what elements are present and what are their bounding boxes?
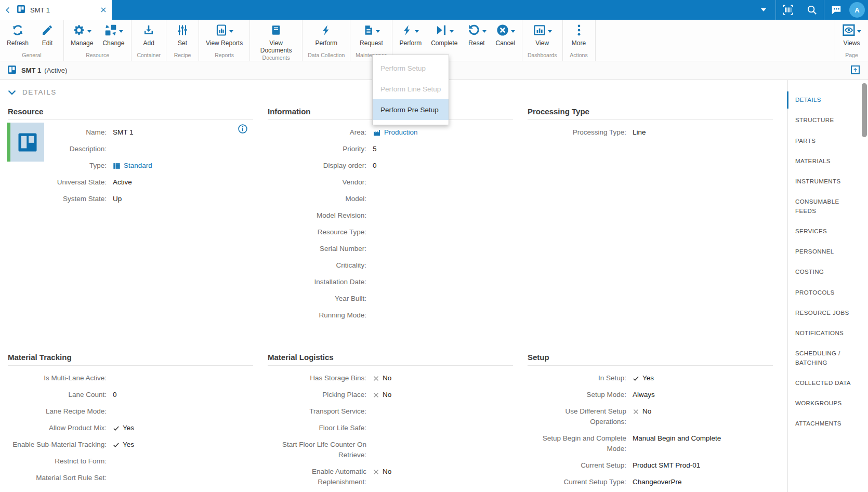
resource-board-icon — [7, 65, 17, 76]
set-button[interactable]: Set — [168, 20, 196, 47]
dashboard-icon — [533, 23, 546, 39]
sidenav-item-collected-data[interactable]: COLLECTED DATA — [788, 373, 860, 393]
back-chevron-icon[interactable] — [4, 6, 12, 14]
tabs-dropdown-caret-icon[interactable] — [752, 0, 775, 20]
sidenav-item-protocols[interactable]: PROTOCOLS — [788, 283, 860, 303]
button-label: Perform — [399, 40, 422, 47]
field-value: Yes — [113, 423, 134, 433]
field-label: Picking Place: — [268, 390, 366, 400]
sidenav-item-details[interactable]: DETAILS — [788, 90, 860, 110]
field-label: Installation Date: — [268, 277, 366, 287]
field-row: Resource Type: — [268, 227, 513, 237]
perform-button[interactable]: Perform — [310, 20, 342, 47]
top-tab-bar: SMT 1 A — [0, 0, 868, 20]
sidenav-item-parts[interactable]: PARTS — [788, 131, 860, 151]
field-row: Transport Service: — [268, 406, 513, 417]
toolbar-group-recipe: SetRecipe — [166, 20, 199, 61]
vertical-scrollbar[interactable] — [862, 83, 867, 137]
field-row: Enable Automatic Replenishment:No — [268, 467, 513, 487]
sidenav-item-instruments[interactable]: INSTRUMENTS — [788, 171, 860, 192]
sidenav-item-services[interactable]: SERVICES — [788, 221, 860, 242]
more-button[interactable]: More — [565, 20, 593, 47]
field-row: Type:Standard — [8, 161, 253, 171]
barcode-scan-icon[interactable] — [776, 0, 800, 20]
field-row: Name:SMT 1 — [8, 127, 253, 138]
toolbar-group-data-collection: PerformData Collection — [303, 20, 350, 61]
value-text: Yes — [642, 373, 654, 383]
field-row: Display order:0 — [268, 161, 513, 171]
search-icon[interactable] — [800, 0, 824, 20]
field-row: Universal State:Active — [8, 177, 253, 188]
add-button[interactable]: Add — [135, 20, 163, 47]
value-text: ChangeoverPre — [633, 477, 682, 487]
active-tab[interactable]: SMT 1 — [0, 0, 112, 20]
field-label: Resource Type: — [268, 227, 366, 237]
cancel-button[interactable]: Cancel — [491, 20, 520, 47]
sidenav-item-personnel[interactable]: PERSONNEL — [788, 242, 860, 262]
view-documents-button[interactable]: View Documents — [252, 20, 300, 55]
field-value[interactable]: Standard — [113, 161, 152, 171]
button-label: Set — [178, 40, 187, 47]
field-value: SMT 1 — [113, 127, 134, 138]
caret-down-icon — [548, 30, 552, 33]
eye-icon — [842, 23, 856, 39]
sidenav-item-attachments[interactable]: ATTACHMENTS — [788, 414, 860, 434]
section-title: Material Tracking — [8, 353, 253, 366]
sidenav-item-costing[interactable]: COSTING — [788, 262, 860, 282]
caret-down-icon — [511, 30, 515, 33]
change-icon — [104, 23, 117, 39]
complete-button[interactable]: Complete — [426, 20, 462, 47]
field-label: Serial Number: — [268, 244, 366, 254]
field-label: System State: — [8, 194, 107, 204]
sidenav-item-consumable-feeds[interactable]: CONSUMABLE FEEDS — [788, 192, 860, 221]
x-mark-icon — [373, 392, 379, 398]
value-text: No — [383, 373, 391, 383]
chat-icon[interactable] — [824, 0, 848, 20]
sidenav-item-materials[interactable]: MATERIALS — [788, 151, 860, 171]
value-text: Line — [633, 127, 646, 138]
detail-sections: ResourceName:SMT 1Description:Type:Stand… — [8, 103, 787, 492]
field-row: Setup Mode:Always — [528, 390, 773, 400]
field-label: In Setup: — [528, 373, 626, 383]
sidenav-item-scheduling-batching[interactable]: SCHEDULING / BATCHING — [788, 343, 860, 373]
field-row: Use Different Setup Operations:No — [528, 406, 773, 427]
user-avatar[interactable]: A — [849, 2, 865, 18]
field-value: Yes — [113, 440, 134, 450]
list-icon — [113, 162, 121, 170]
field-value[interactable]: Production — [373, 127, 418, 138]
reset-button[interactable]: Reset — [463, 20, 491, 47]
view-button[interactable]: View — [528, 20, 557, 47]
edit-button[interactable]: Edit — [33, 20, 61, 47]
sidenav-item-structure[interactable]: STRUCTURE — [788, 110, 860, 130]
cancel-icon — [496, 23, 509, 39]
field-label: Lane Recipe Mode: — [8, 406, 107, 417]
view-reports-button[interactable]: View Reports — [201, 20, 247, 47]
collapse-panel-icon[interactable] — [851, 65, 860, 74]
sidenav-item-resource-jobs[interactable]: RESOURCE JOBS — [788, 303, 860, 323]
sidenav-item-notifications[interactable]: NOTIFICATIONS — [788, 323, 860, 343]
field-row: Material Sort Rule Set: — [8, 473, 253, 483]
field-row: Year Built: — [268, 294, 513, 304]
field-row: Is Multi-Lane Active: — [8, 373, 253, 383]
field-row: Lane Count:0 — [8, 390, 253, 400]
tab-close-icon[interactable] — [100, 7, 107, 13]
field-row: Dispatch List Maximum Size: — [8, 489, 253, 492]
perform-button[interactable]: Perform — [394, 20, 426, 47]
menu-item-perform-pre-setup[interactable]: Perform Pre Setup — [373, 99, 449, 120]
section-information: InformationArea:ProductionPriority:5Disp… — [268, 103, 513, 349]
caret-down-icon — [450, 30, 454, 33]
info-icon[interactable] — [238, 124, 248, 136]
perform-dropdown-menu: Perform SetupPerform Line SetupPerform P… — [372, 55, 449, 125]
button-label: Views — [844, 40, 860, 47]
sidenav-item-workgroups[interactable]: WORKGROUPS — [788, 393, 860, 414]
resource-thumbnail[interactable] — [7, 123, 44, 162]
refresh-button[interactable]: Refresh — [2, 20, 33, 47]
x-mark-icon — [373, 375, 379, 382]
manage-button[interactable]: Manage — [66, 20, 98, 47]
caret-down-icon — [229, 30, 233, 33]
views-button[interactable]: Views — [837, 20, 866, 47]
chevron-down-icon — [8, 90, 16, 95]
field-label: Use Different Setup Operations: — [528, 406, 626, 427]
request-button[interactable]: Request — [355, 20, 388, 47]
change-button[interactable]: Change — [98, 20, 129, 47]
